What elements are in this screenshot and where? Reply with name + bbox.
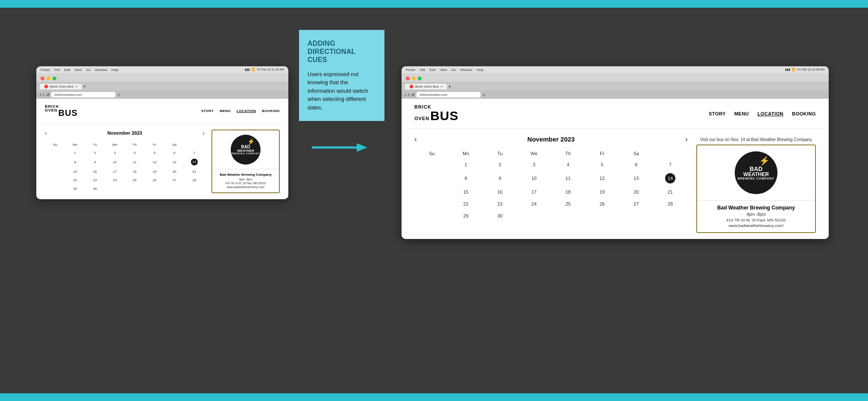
- right-status-icons: ▮▮▮ 📶 Fri Feb 10 10:48 AM: [785, 68, 824, 72]
- left-browser: Finder File Edit View Go Window Help ▮▮▮…: [36, 66, 288, 199]
- left-location-card: ⚡ BAD WEATHER BREWING COMPANY Bad Weathe…: [211, 130, 280, 193]
- right-menu-window[interactable]: Window: [460, 68, 472, 72]
- right-cal-header: ‹ November 2023 ›: [414, 135, 688, 144]
- left-location-address: 414 7th St W, St Paul, MN 55102: [217, 182, 275, 185]
- right-menu-view[interactable]: View: [440, 68, 447, 72]
- left-forward-button[interactable]: ›: [43, 92, 44, 97]
- left-site-nav: BRICK OVEN BUS STORY MENU LOCATION BOOKI…: [36, 99, 288, 124]
- right-refresh-button[interactable]: ↺: [411, 93, 415, 97]
- left-cal-prev[interactable]: ‹: [45, 130, 47, 136]
- table-row: 1 2 3 4 5 6 7: [46, 149, 204, 156]
- right-brand-bus: BUS: [430, 109, 458, 122]
- left-menu-window[interactable]: Window: [95, 68, 107, 72]
- right-menu-go[interactable]: Go: [452, 68, 456, 72]
- table-row: 15 16 17 18 19 20 21: [415, 186, 687, 198]
- right-close-button[interactable]: [406, 77, 410, 80]
- right-nav-menu[interactable]: MENU: [734, 111, 749, 116]
- left-menu-edit[interactable]: Edit: [65, 68, 70, 72]
- right-url-bar[interactable]: brickovenbus.com: [416, 92, 481, 97]
- right-cal-tue: Tu: [484, 149, 517, 158]
- left-tab-label: Brick Oven Bus: [50, 85, 73, 88]
- left-back-button[interactable]: ‹: [40, 92, 41, 97]
- right-nav-booking[interactable]: BOOKING: [792, 111, 816, 116]
- left-menu-finder[interactable]: Finder: [41, 68, 50, 72]
- right-cal-next[interactable]: ›: [685, 135, 688, 144]
- left-mac-menu: Finder File Edit View Go Window Help ▮▮▮…: [36, 66, 288, 74]
- right-nav-story[interactable]: STORY: [709, 111, 726, 116]
- right-fullscreen-button[interactable]: [418, 77, 422, 80]
- right-site-nav: BRICK OVEN BUS STORY MENU LOCATION BOOKI…: [402, 99, 829, 129]
- right-menu-help[interactable]: Help: [477, 68, 484, 72]
- left-brand: BRICK OVEN BUS: [45, 105, 78, 117]
- right-tab-close[interactable]: ×: [440, 85, 443, 88]
- right-logo-brewing: BREWING COMPANY: [738, 177, 774, 180]
- table-row: 15 16 17 18 19 20 21: [46, 168, 204, 175]
- right-mac-menu: Finder File Edit View Go Window Help ▮▮▮…: [402, 66, 829, 74]
- right-back-button[interactable]: ‹: [405, 92, 406, 97]
- left-brand-bus: BUS: [59, 109, 78, 117]
- right-new-tab-button[interactable]: +: [449, 84, 451, 89]
- left-logo-brewing: BREWING COMPANY: [232, 153, 260, 155]
- left-nav-menu[interactable]: MENU: [220, 109, 231, 113]
- right-brand-oven: OVEN: [414, 116, 429, 121]
- left-bookmark-icon[interactable]: ☆: [117, 93, 120, 97]
- right-browser-chrome: [402, 74, 829, 83]
- left-cal-grid: Su Mo Tu We Th Fr Sa 1 2: [45, 141, 205, 193]
- left-refresh-button[interactable]: ↺: [46, 93, 50, 97]
- left-menu-go[interactable]: Go: [86, 68, 91, 72]
- left-url-bar[interactable]: brickovenbus.com: [51, 92, 115, 97]
- left-menu-file[interactable]: File: [55, 68, 60, 72]
- right-menu-edit[interactable]: Edit: [430, 68, 436, 72]
- left-new-tab-button[interactable]: +: [83, 84, 86, 89]
- right-forward-button[interactable]: ›: [408, 92, 409, 97]
- left-lightning-icon: ⚡: [247, 138, 255, 145]
- left-cal-tue: Tu: [85, 142, 105, 148]
- right-cal-month: November 2023: [528, 136, 575, 143]
- right-browser-tab[interactable]: 🔴 Brick Oven Bus ×: [405, 84, 447, 89]
- right-browser: Finder File Edit View Go Window Help ▮▮▮…: [402, 66, 829, 239]
- left-fullscreen-button[interactable]: [53, 77, 56, 80]
- left-menu-view[interactable]: View: [74, 68, 82, 72]
- right-selected-day[interactable]: 14: [665, 173, 675, 183]
- left-menu-help[interactable]: Help: [111, 68, 118, 72]
- left-location-url[interactable]: www.badweatherbrewery.com/: [217, 186, 275, 189]
- right-menu-finder[interactable]: Finder: [406, 68, 416, 72]
- left-site-content: BRICK OVEN BUS STORY MENU LOCATION BOOKI…: [36, 99, 288, 199]
- left-close-button[interactable]: [41, 77, 44, 80]
- right-cal-fri: Fr: [586, 149, 619, 158]
- left-cal-wed: We: [106, 142, 125, 148]
- direction-arrow: [312, 141, 367, 154]
- left-browser-tab[interactable]: 🔴 Brick Oven Bus ×: [40, 84, 82, 89]
- right-location-hours: 4pm -8pm: [703, 212, 809, 217]
- right-cal-thu: Th: [551, 149, 585, 158]
- right-bookmark-icon[interactable]: ☆: [482, 93, 486, 97]
- right-location-info: Bad Weather Brewing Company 4pm -8pm 414…: [697, 200, 815, 232]
- left-nav-booking[interactable]: BOOKING: [262, 109, 280, 113]
- left-cal-next[interactable]: ›: [202, 130, 205, 136]
- info-card-body: Users expressed not knowing that the inf…: [308, 70, 376, 112]
- left-location-hours: 4pm -8pm: [217, 178, 275, 181]
- left-nav-story[interactable]: STORY: [201, 109, 214, 113]
- left-selected-day[interactable]: 14: [191, 159, 198, 165]
- left-nav-location[interactable]: LOCATION: [237, 109, 256, 113]
- right-cal-prev[interactable]: ‹: [414, 135, 417, 144]
- left-tab-close[interactable]: ×: [75, 85, 77, 88]
- right-nav-location[interactable]: LOCATION: [757, 111, 783, 116]
- left-cal-mon: Mo: [66, 142, 85, 148]
- left-tab-favicon: 🔴: [44, 85, 48, 88]
- table-row: 29 30: [415, 210, 687, 221]
- right-site-content: BRICK OVEN BUS STORY MENU LOCATION BOOKI…: [402, 99, 829, 239]
- table-row: 22 23 24 25 26 27 28: [415, 198, 687, 209]
- bottom-accent-bar: [0, 393, 868, 401]
- right-minimize-button[interactable]: [412, 77, 416, 80]
- svg-marker-1: [357, 143, 367, 152]
- right-logo-weather: WEATHER: [743, 172, 769, 177]
- left-minimize-button[interactable]: [47, 77, 50, 80]
- left-calendar-section: ‹ November 2023 › Su Mo Tu We Th Fr Sa: [36, 124, 288, 199]
- left-cal-fri: Fr: [145, 142, 164, 148]
- left-cal-thu: Th: [125, 142, 144, 148]
- right-menu-file[interactable]: File: [420, 68, 425, 72]
- right-location-url[interactable]: www.badweatherbrewery.com/: [703, 223, 809, 228]
- right-brand: BRICK OVEN BUS: [414, 105, 459, 122]
- table-row: 8 9 10 11 12 13 14: [46, 157, 204, 167]
